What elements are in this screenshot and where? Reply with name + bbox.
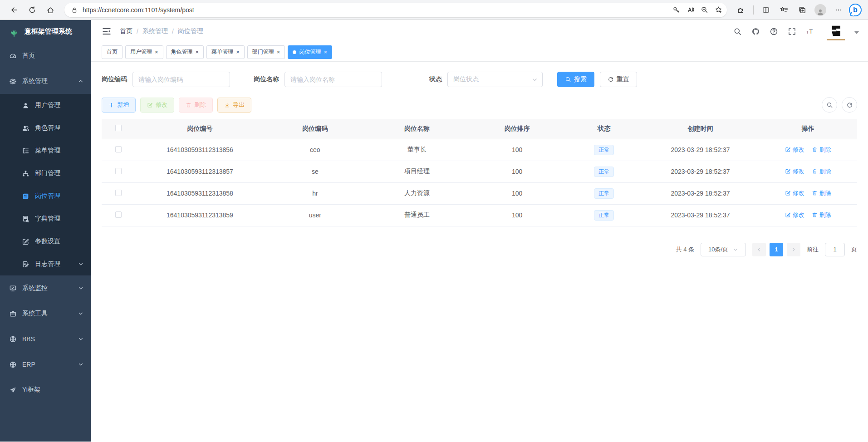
password-key-icon[interactable] [672, 6, 680, 14]
edit-button[interactable]: 修改 [140, 98, 174, 113]
tab-post-mgmt[interactable]: 岗位管理 × [288, 45, 332, 59]
header-search-icon[interactable] [733, 27, 742, 36]
sidebar-item-dept-mgmt[interactable]: 部门管理 [0, 162, 91, 185]
plus-icon [108, 102, 114, 108]
status-select[interactable]: 岗位状态 [447, 72, 543, 87]
next-page-button[interactable] [787, 243, 800, 256]
prev-page-button[interactable] [752, 243, 766, 256]
row-edit-link[interactable]: 修改 [785, 146, 804, 154]
row-edit-link[interactable]: 修改 [785, 167, 804, 176]
search-button[interactable]: 搜索 [557, 72, 594, 87]
collections-icon[interactable] [794, 2, 810, 18]
row-checkbox[interactable] [115, 168, 122, 174]
breadcrumb-home[interactable]: 首页 [120, 27, 132, 35]
sidebar-item-menu-mgmt[interactable]: 菜单管理 [0, 139, 91, 162]
delete-button[interactable]: 删除 [179, 98, 213, 113]
sidebar-collapse-icon[interactable] [102, 26, 112, 36]
close-icon[interactable]: × [277, 49, 280, 55]
sidebar-item-role-mgmt[interactable]: 角色管理 [0, 117, 91, 139]
sidebar-item-system-mgmt[interactable]: 系统管理 [0, 69, 91, 94]
favorite-star-icon[interactable] [715, 6, 722, 14]
address-bar[interactable]: https://ccnetcore.com:1101/system/post [64, 3, 727, 17]
toggle-search-button[interactable] [822, 97, 837, 113]
row-edit-link[interactable]: 修改 [785, 211, 804, 219]
tab-role-mgmt[interactable]: 角色管理 × [166, 45, 204, 59]
post-name-input[interactable] [284, 72, 382, 87]
menu-tree-icon [22, 147, 29, 155]
sidebar-item-log-mgmt[interactable]: 日志管理 [0, 253, 91, 275]
sidebar-item-erp[interactable]: ERP [0, 352, 91, 377]
tab-home[interactable]: 首页 [102, 45, 123, 59]
split-screen-icon[interactable] [758, 2, 774, 18]
row-edit-link[interactable]: 修改 [785, 189, 804, 197]
breadcrumb-post[interactable]: 岗位管理 [178, 27, 203, 35]
close-icon[interactable]: × [324, 49, 327, 55]
post-table: 岗位编号 岗位编码 岗位名称 岗位排序 状态 创建时间 操作 164103059… [102, 119, 857, 226]
fullscreen-icon[interactable] [788, 27, 796, 36]
sidebar-item-system-monitor[interactable]: 系统监控 [0, 275, 91, 301]
table-row: 1641030593112313858 hr 人力资源 100 正常 2023-… [102, 182, 857, 204]
row-checkbox[interactable] [115, 211, 122, 218]
refresh-button[interactable] [25, 2, 40, 18]
tab-dept-mgmt[interactable]: 部门管理 × [247, 45, 285, 59]
row-delete-link[interactable]: 删除 [812, 189, 831, 197]
chevron-right-icon [791, 247, 796, 252]
reset-button[interactable]: 重置 [600, 72, 637, 87]
close-icon[interactable]: × [236, 49, 240, 55]
sidebar-item-system-tools[interactable]: 系统工具 [0, 301, 91, 326]
sidebar-item-yi-framework[interactable]: Yi框架 [0, 377, 91, 403]
dictionary-icon [22, 215, 29, 223]
browser-toolbar: https://ccnetcore.com:1101/system/post b [0, 0, 868, 20]
chevron-down-icon [78, 311, 83, 316]
row-delete-link[interactable]: 删除 [812, 167, 831, 176]
close-icon[interactable]: × [155, 49, 158, 55]
sidebar-item-dict-mgmt[interactable]: 字典管理 [0, 207, 91, 230]
page-number-1[interactable]: 1 [770, 243, 783, 256]
favorites-icon[interactable] [776, 2, 792, 18]
sidebar-item-home[interactable]: 首页 [0, 43, 91, 69]
row-checkbox[interactable] [115, 190, 122, 196]
row-delete-link[interactable]: 删除 [812, 211, 831, 219]
tab-user-mgmt[interactable]: 用户管理 × [125, 45, 163, 59]
breadcrumb-system[interactable]: 系统管理 [142, 27, 168, 35]
text-size-icon[interactable]: TT [806, 27, 814, 36]
status-badge: 正常 [594, 167, 614, 177]
close-icon[interactable]: × [196, 49, 199, 55]
profile-avatar[interactable] [813, 2, 828, 18]
yi-logo-icon [829, 24, 843, 38]
tab-menu-mgmt[interactable]: 菜单管理 × [206, 45, 245, 59]
back-button[interactable] [6, 2, 22, 18]
select-all-checkbox[interactable] [115, 125, 122, 131]
table-row: 1641030593112313857 se 项目经理 100 正常 2023-… [102, 161, 857, 182]
status-badge: 正常 [594, 145, 614, 155]
page-size-select[interactable]: 10条/页 [701, 243, 746, 256]
trash-icon [812, 168, 818, 174]
sidebar-item-post-mgmt[interactable]: 岗位管理 [0, 185, 91, 207]
goto-page-input[interactable] [825, 243, 845, 256]
user-avatar[interactable] [827, 22, 845, 40]
cell-post-sort: 100 [468, 182, 566, 204]
post-code-input[interactable] [132, 72, 230, 87]
add-button[interactable]: 新增 [102, 98, 136, 113]
browser-menu-icon[interactable] [831, 2, 846, 18]
github-icon[interactable] [751, 27, 760, 36]
bing-chat-icon[interactable]: b [849, 4, 862, 16]
refresh-table-button[interactable] [842, 97, 857, 113]
url-text[interactable]: https://ccnetcore.com:1101/system/post [83, 6, 672, 14]
chevron-left-icon [756, 247, 762, 252]
cell-post-name: 普通员工 [366, 204, 468, 226]
row-checkbox[interactable] [115, 146, 122, 152]
help-icon[interactable] [770, 27, 778, 36]
extensions-icon[interactable] [733, 2, 749, 18]
sidebar-item-bbs[interactable]: BBS [0, 326, 91, 352]
avatar-dropdown-caret[interactable] [854, 31, 859, 34]
home-button[interactable] [43, 2, 58, 18]
lock-icon [71, 6, 78, 14]
row-delete-link[interactable]: 删除 [812, 146, 831, 154]
sidebar-item-user-mgmt[interactable]: 用户管理 [0, 94, 91, 117]
cell-post-name: 董事长 [366, 139, 468, 161]
read-aloud-icon[interactable] [687, 6, 694, 14]
export-button[interactable]: 导出 [217, 98, 251, 113]
sidebar-item-param-settings[interactable]: 参数设置 [0, 230, 91, 253]
zoom-out-icon[interactable] [701, 6, 708, 14]
